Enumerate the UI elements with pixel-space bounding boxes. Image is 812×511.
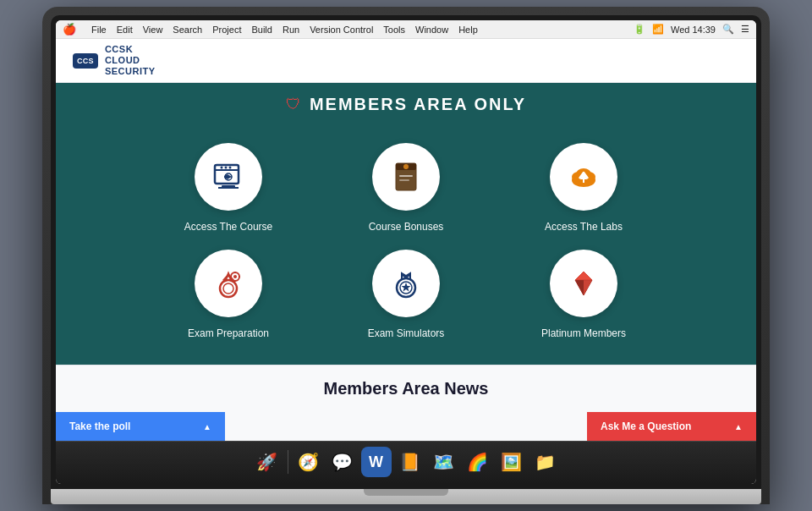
access-labs-label: Access The Labs xyxy=(545,221,623,233)
grid-item-exam-preparation[interactable]: Exam Preparation xyxy=(152,250,304,339)
menu-items: File Edit View Search Project Build Run … xyxy=(91,25,478,35)
wifi-icon: 📶 xyxy=(652,24,664,35)
list-icon[interactable]: ☰ xyxy=(741,24,749,35)
course-bonuses-icon xyxy=(372,143,440,211)
grid-item-exam-simulators[interactable]: Exam Simulators xyxy=(330,250,482,339)
members-banner: 🛡 MEMBERS AREA ONLY xyxy=(56,83,756,126)
svg-rect-13 xyxy=(399,179,409,181)
dock-divider-1 xyxy=(288,450,288,474)
logo-area: CCS CCSKCLOUDSECURITY xyxy=(73,44,156,78)
news-section: Members Area News xyxy=(56,365,756,412)
svg-point-20 xyxy=(223,283,233,294)
members-grid-area: Access The Course xyxy=(56,126,756,365)
news-title: Members Area News xyxy=(73,379,739,398)
course-bonuses-label: Course Bonuses xyxy=(369,221,444,233)
dock-item-notes[interactable]: 📙 xyxy=(395,447,425,477)
menu-tools[interactable]: Tools xyxy=(383,25,405,35)
grid-item-access-course[interactable]: Access The Course xyxy=(152,143,304,233)
members-grid: Access The Course xyxy=(152,143,660,339)
ask-bar[interactable]: Ask Me a Question ▲ xyxy=(587,412,756,441)
exam-simulators-label: Exam Simulators xyxy=(368,327,445,339)
svg-rect-12 xyxy=(399,175,413,177)
dock-item-finder[interactable]: 📁 xyxy=(530,447,561,477)
svg-point-8 xyxy=(227,175,230,179)
dock-item-word[interactable]: W xyxy=(361,447,392,477)
clock: Wed 14:39 xyxy=(671,25,716,35)
svg-point-4 xyxy=(229,167,232,169)
laptop-notch xyxy=(364,489,448,496)
access-course-icon xyxy=(195,143,262,211)
laptop-screen: 🍎 File Edit View Search Project Build Ru… xyxy=(56,20,756,484)
screen-bezel: 🍎 File Edit View Search Project Build Ru… xyxy=(51,15,761,489)
exam-preparation-label: Exam Preparation xyxy=(188,327,269,339)
menu-file[interactable]: File xyxy=(91,25,107,35)
dock: 🚀 🧭 💬 W 📙 🗺️ 🌈 🖼️ 📁 xyxy=(56,441,756,484)
svg-point-3 xyxy=(225,167,228,169)
menu-window[interactable]: Window xyxy=(415,25,448,35)
grid-item-platinum-members[interactable]: Platinum Members xyxy=(508,250,660,339)
search-icon[interactable]: 🔍 xyxy=(722,24,734,35)
platinum-members-label: Platinum Members xyxy=(541,327,626,339)
menu-version-control[interactable]: Version Control xyxy=(310,25,373,35)
poll-bar[interactable]: Take the poll ▲ xyxy=(56,412,225,441)
members-title: MEMBERS AREA ONLY xyxy=(310,95,526,114)
laptop-shell: 🍎 File Edit View Search Project Build Ru… xyxy=(42,7,770,504)
bottom-bars: Take the poll ▲ Ask Me a Question ▲ xyxy=(56,412,756,441)
menu-project[interactable]: Project xyxy=(212,25,241,35)
dock-item-maps[interactable]: 🗺️ xyxy=(429,447,459,477)
menu-search[interactable]: Search xyxy=(173,25,202,35)
menu-right-side: 🔋 📶 Wed 14:39 🔍 ☰ xyxy=(634,24,749,35)
menu-help[interactable]: Help xyxy=(458,25,478,35)
grid-item-access-labs[interactable]: Access The Labs xyxy=(508,143,660,233)
menu-build[interactable]: Build xyxy=(251,25,272,35)
dock-item-photos[interactable]: 🌈 xyxy=(463,447,493,477)
grid-item-course-bonuses[interactable]: Course Bonuses xyxy=(330,143,482,233)
platinum-members-icon xyxy=(550,250,617,317)
dock-item-preview[interactable]: 🖼️ xyxy=(497,447,527,477)
access-course-label: Access The Course xyxy=(184,221,273,233)
shield-icon: 🛡 xyxy=(286,96,301,113)
menu-edit[interactable]: Edit xyxy=(117,25,133,35)
dock-item-safari[interactable]: 🧭 xyxy=(294,447,324,477)
svg-marker-31 xyxy=(575,272,592,280)
menu-run[interactable]: Run xyxy=(283,25,299,35)
ask-chevron-icon: ▲ xyxy=(734,422,743,431)
apple-menu[interactable]: 🍎 xyxy=(63,23,76,36)
svg-marker-29 xyxy=(402,283,411,292)
access-labs-icon xyxy=(550,143,617,211)
logo-text: CCSKCLOUDSECURITY xyxy=(105,44,156,78)
dock-item-launchpad[interactable]: 🚀 xyxy=(252,447,283,477)
ask-bar-label: Ask Me a Question xyxy=(601,420,691,432)
app-content: CCS CCSKCLOUDSECURITY 🛡 MEMBERS AREA ONL… xyxy=(56,39,756,441)
svg-point-22 xyxy=(233,275,237,278)
menu-view[interactable]: View xyxy=(143,25,163,35)
laptop-base xyxy=(51,489,761,504)
battery-icon: 🔋 xyxy=(634,24,645,35)
exam-preparation-icon xyxy=(195,250,262,317)
dock-item-messages[interactable]: 💬 xyxy=(327,447,358,477)
poll-bar-label: Take the poll xyxy=(69,420,130,432)
svg-point-19 xyxy=(220,280,237,297)
menu-bar: 🍎 File Edit View Search Project Build Ru… xyxy=(56,20,756,39)
exam-simulators-icon xyxy=(372,250,440,317)
svg-point-2 xyxy=(221,167,223,169)
app-header: CCS CCSKCLOUDSECURITY xyxy=(56,39,756,83)
poll-chevron-icon: ▲ xyxy=(203,422,211,431)
logo-badge: CCS xyxy=(73,53,98,69)
